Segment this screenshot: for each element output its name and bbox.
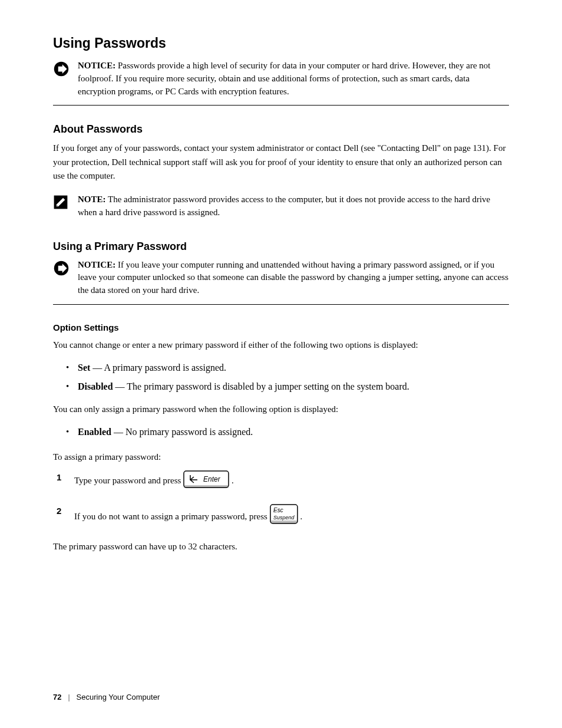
paragraph: If you forget any of your passwords, con… (53, 141, 509, 183)
paragraph: To assign a primary password: (53, 450, 509, 464)
note-text: The administrator password provides acce… (78, 195, 490, 217)
paragraph: You can only assign a primary password w… (53, 403, 509, 416)
note-label: NOTE: (78, 195, 106, 204)
esc-key-icon: Esc Suspend (270, 504, 298, 529)
notice-block-2: NOTICE: If you leave your computer runni… (53, 259, 509, 297)
page-title: Using Passwords (53, 35, 509, 51)
pencil-icon (53, 195, 70, 211)
svg-text:Enter: Enter (203, 475, 221, 483)
list-item: Enabled — No primary password is assigne… (65, 427, 509, 437)
subhead-primary: Using a Primary Password (53, 241, 509, 253)
notice-label: NOTICE: (78, 61, 115, 70)
paragraph: The primary password can have up to 32 c… (53, 540, 509, 554)
list-item: Set — A primary password is assigned. (65, 363, 509, 373)
subhead-options: Option Settings (53, 322, 509, 332)
enter-key-icon: Enter (183, 470, 229, 493)
svg-rect-7 (270, 521, 297, 523)
divider (53, 105, 509, 106)
notice-block: NOTICE: Passwords provide a high level o… (53, 60, 509, 98)
list-item: Disabled — The primary password is disab… (65, 381, 509, 392)
svg-rect-4 (184, 485, 229, 488)
subhead-about: About Passwords (53, 123, 509, 136)
note-block: NOTE: The administrator password provide… (53, 193, 509, 219)
notice-label-2: NOTICE: (78, 260, 115, 269)
step-item: Type your password and press Enter . (53, 470, 509, 493)
page-footer: 72 | Securing Your Computer (53, 693, 509, 702)
svg-text:Suspend: Suspend (273, 515, 295, 521)
footer-sep: | (68, 693, 70, 701)
paragraph: You cannot change or enter a new primary… (53, 338, 509, 352)
arrow-circle-icon (53, 260, 70, 276)
svg-text:Esc: Esc (273, 507, 283, 513)
arrow-circle-icon (53, 61, 70, 77)
notice-text: Passwords provide a high level of securi… (78, 61, 490, 96)
ordered-steps: Type your password and press Enter . If … (53, 470, 509, 530)
page-number: 72 (53, 693, 61, 701)
step-item: If you do not want to assign a primary p… (53, 504, 509, 529)
section-name: Securing Your Computer (77, 693, 160, 701)
notice-text-2: If you leave your computer running and u… (78, 260, 508, 295)
bullet-list: Set — A primary password is assigned. Di… (65, 363, 509, 392)
divider (53, 304, 509, 305)
bullet-list: Enabled — No primary password is assigne… (65, 427, 509, 437)
